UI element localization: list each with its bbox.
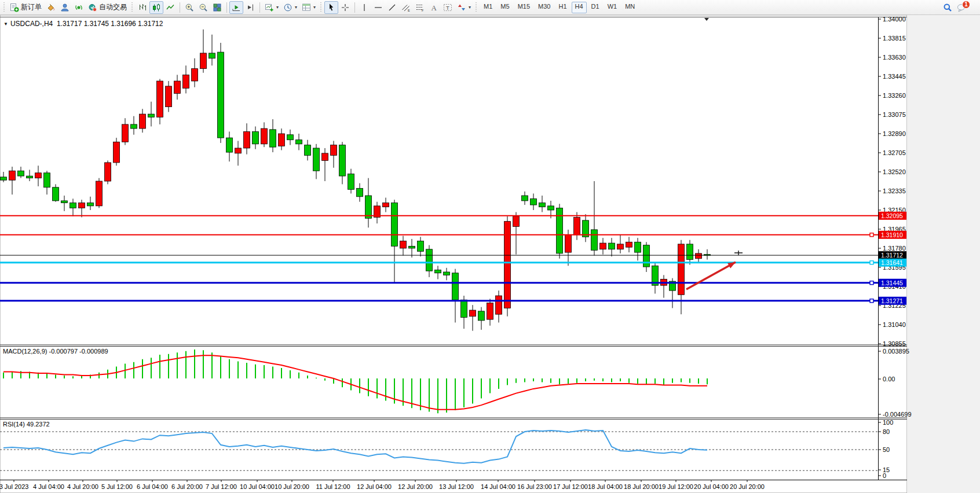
- candle-body: [61, 201, 68, 203]
- toolbar-crosshair-button[interactable]: [338, 1, 352, 14]
- tile-windows-icon: [213, 3, 222, 12]
- hline-handle[interactable]: [870, 281, 873, 285]
- candle-body: [574, 217, 580, 234]
- auto-scroll-icon: [232, 3, 241, 12]
- price-tick-label: 1.33260: [883, 92, 906, 99]
- toolbar-draw-channel-button[interactable]: E: [399, 1, 413, 14]
- toolbar-chart-template-button[interactable]: ▾: [299, 1, 318, 14]
- toolbar-paint-bucket-button[interactable]: [44, 1, 58, 14]
- symbol-dropdown-icon[interactable]: ▼: [3, 21, 8, 27]
- toolbar-auto-scroll-button[interactable]: [229, 1, 243, 14]
- toolbar-zoom-out-button[interactable]: [196, 1, 210, 14]
- auto-trading-label: 自动交易: [99, 2, 127, 12]
- new-order-icon: [10, 3, 19, 12]
- hline-handle[interactable]: [870, 299, 873, 303]
- draw-trendline-icon: [387, 3, 397, 12]
- draw-label-icon: T: [443, 3, 452, 12]
- candle-body: [192, 69, 198, 81]
- toolbar-grip: [320, 2, 323, 13]
- macd-tick-label: 0.00: [883, 376, 895, 382]
- toolbar-new-order-button[interactable]: 新订单: [8, 1, 44, 14]
- toolbar-chart-line-button[interactable]: [163, 1, 177, 14]
- toolbar-auto-trading-button[interactable]: 自动交易: [86, 1, 129, 14]
- candle-body: [600, 243, 606, 249]
- candle-body: [531, 198, 537, 205]
- timeframe-w1-button[interactable]: W1: [604, 2, 621, 13]
- candle-body: [226, 138, 233, 152]
- rsi-tick-label: 80: [883, 428, 890, 435]
- candle-body: [183, 75, 189, 88]
- draw-fibonacci-icon: F: [415, 3, 425, 12]
- price-tick-label: 1.34000: [883, 16, 906, 23]
- candle-body: [261, 128, 268, 144]
- toolbar-add-indicator-button[interactable]: ▾: [262, 1, 281, 14]
- chart-title: ▼USDCAD-,H4 1.31717 1.31745 1.31696 1.31…: [3, 20, 163, 28]
- time-tick-label: 4 Jul 20:00: [67, 483, 98, 490]
- price-badge-label: 1.31445: [881, 279, 903, 286]
- candle-body: [339, 145, 346, 176]
- toolbar-cursor-button[interactable]: [324, 1, 338, 14]
- candle-body: [27, 176, 33, 178]
- toolbar-chart-shift-button[interactable]: [243, 1, 257, 14]
- price-tick-label: 1.30855: [883, 340, 906, 347]
- timeframe-h1-button[interactable]: H1: [555, 2, 570, 13]
- toolbar-period-clock-button[interactable]: ▾: [281, 1, 299, 14]
- price-chart[interactable]: 1.340001.338151.336301.334451.332601.330…: [0, 0, 980, 493]
- time-tick-label: 7 Jul 12:00: [206, 483, 237, 490]
- toolbar-draw-text-button[interactable]: A: [427, 1, 441, 14]
- toolbar-profile-button[interactable]: [58, 1, 72, 14]
- time-tick-label: 12 Jul 04:00: [357, 483, 392, 490]
- toolbar-signal-button[interactable]: [72, 1, 86, 14]
- timeframe-m15-button[interactable]: M15: [514, 2, 533, 13]
- candle-body: [122, 124, 129, 142]
- price-tick-label: 1.33630: [883, 54, 906, 61]
- toolbar-draw-trendline-button[interactable]: [385, 1, 399, 14]
- chart-symbol-period: USDCAD-,H4: [10, 20, 53, 28]
- toolbar-tile-windows-button[interactable]: [210, 1, 224, 14]
- candle-body: [687, 244, 693, 260]
- chart-candles-icon: [152, 3, 161, 12]
- toolbar-draw-fibonacci-button[interactable]: F: [413, 1, 427, 14]
- timeframe-h4-button[interactable]: H4: [572, 2, 587, 13]
- candle-body: [461, 300, 467, 317]
- toolbar-draw-arrows-button[interactable]: ▾: [455, 1, 473, 14]
- timeframe-m30-button[interactable]: M30: [535, 2, 554, 13]
- timeframe-d1-button[interactable]: D1: [588, 2, 603, 13]
- toolbar-separator: [259, 2, 260, 13]
- candle-body: [9, 171, 16, 180]
- toolbar-chart-candles-button[interactable]: [149, 1, 163, 14]
- time-tick-label: 3 Jul 2023: [0, 483, 28, 490]
- dropdown-caret-icon: ▾: [313, 5, 316, 10]
- toolbar-draw-label-button[interactable]: T: [441, 1, 455, 14]
- timeframe-mn-button[interactable]: MN: [621, 2, 638, 13]
- candle-body: [305, 145, 311, 156]
- candle-body: [626, 242, 632, 247]
- time-tick-label: 20 Jul 04:00: [694, 483, 729, 490]
- mt4-terminal: { "toolbar": { "groups": [ {"type":"grip…: [0, 0, 980, 493]
- toolbar-chart-bars-button[interactable]: [136, 1, 149, 14]
- svg-text:F: F: [422, 9, 424, 12]
- timeframe-m1-button[interactable]: M1: [480, 2, 496, 13]
- hline-handle[interactable]: [870, 233, 873, 237]
- hline-handle[interactable]: [870, 261, 873, 264]
- time-tick-label: 10 Jul 20:00: [275, 483, 309, 490]
- toolbar-search-button[interactable]: [941, 1, 955, 14]
- price-tick-label: 1.32890: [883, 130, 906, 137]
- macd-tick-label: -0.004699: [883, 411, 912, 418]
- candle-body: [105, 163, 111, 181]
- candle-body: [114, 142, 120, 163]
- profile-icon: [60, 3, 70, 12]
- toolbar-zoom-in-button[interactable]: [182, 1, 196, 14]
- time-tick-label: 13 Jul 12:00: [439, 483, 474, 490]
- toolbar-draw-hline-button[interactable]: [371, 1, 385, 14]
- toolbar-separator: [180, 2, 180, 13]
- new-order-label: 新订单: [21, 2, 42, 12]
- toolbar-draw-vline-button[interactable]: [357, 1, 371, 14]
- price-tick-label: 1.33815: [883, 35, 906, 42]
- toolbar-notifications-button[interactable]: 1: [955, 1, 979, 14]
- timeframe-m5-button[interactable]: M5: [497, 2, 513, 13]
- draw-channel-icon: E: [401, 3, 411, 12]
- candle-body: [383, 203, 389, 207]
- candle-body: [253, 131, 259, 144]
- candle-body: [35, 173, 42, 178]
